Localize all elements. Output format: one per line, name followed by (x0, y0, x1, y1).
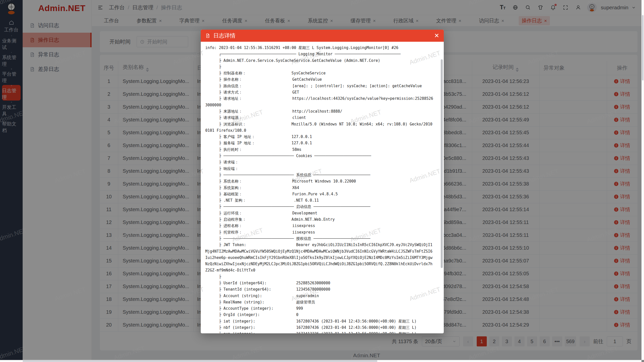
horizontal-scrollbar-thumb[interactable] (23, 360, 377, 362)
dialog-body: info: 2023-01-04 12:55:36.1516291 +08:00… (201, 42, 444, 333)
log-detail-text: info: 2023-01-04 12:55:36.1516291 +08:00… (201, 42, 439, 333)
dialog-header: 日志详情 ✕ (201, 30, 444, 42)
document-icon (205, 33, 210, 38)
vertical-scrollbar-thumb[interactable] (642, 15, 643, 80)
dialog-title: 日志详情 (213, 32, 235, 39)
app-root: 工作台 业务测试 系统管理 平台管理 日志管理 开发工具 帮助文档 (0, 0, 644, 362)
vertical-scrollbar[interactable] (641, 0, 644, 360)
log-detail-dialog: 日志详情 ✕ info: 2023-01-04 12:55:36.1516291… (201, 30, 444, 333)
close-icon[interactable]: ✕ (434, 33, 439, 39)
dialog-scrollbar[interactable] (441, 59, 443, 268)
horizontal-scrollbar[interactable] (0, 360, 641, 362)
